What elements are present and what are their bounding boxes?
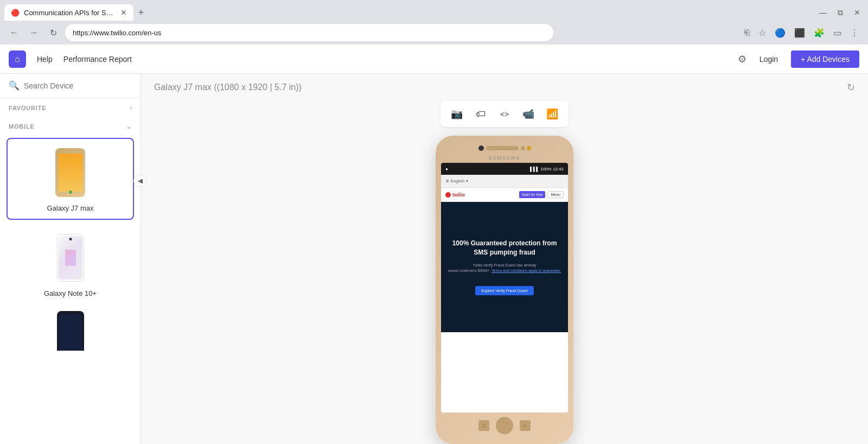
device-title: Galaxy J7 max ((1080 x 1920 | 5.7 in)) <box>154 83 302 92</box>
tag-button[interactable]: 🏷 <box>471 104 490 124</box>
tag-icon: 🏷 <box>476 109 486 120</box>
hero-section: 100% Guaranteed protection from SMS pump… <box>441 202 568 332</box>
favourite-chevron-right-icon[interactable]: › <box>130 104 132 112</box>
phone-dots <box>521 146 531 150</box>
window-restore-button[interactable]: ⧉ <box>834 7 846 18</box>
device-thumbnail-third <box>52 316 90 352</box>
device-card-third[interactable] <box>7 308 134 352</box>
device-card-galaxy-j7-max[interactable]: Galaxy J7 max <box>7 138 134 220</box>
more-menu-icon[interactable]: ⋮ <box>847 26 861 40</box>
twilio-header-buttons: Start for free Menu <box>519 191 564 198</box>
address-bar[interactable]: https://www.twilio.com/en-us <box>65 24 553 41</box>
browser-tab-bar: 🔴 Communication APIs for SMS, V... ✕ + —… <box>0 0 868 21</box>
nav-help[interactable]: Help <box>37 55 53 64</box>
window-controls: — ⧉ ✕ <box>816 7 864 18</box>
browser-toolbar: ← → ↻ https://www.twilio.com/en-us ⎗ ☆ 🔵… <box>0 21 868 45</box>
header-right: ⚙ Login + Add Devices <box>738 50 859 68</box>
screenshot-icon: 📷 <box>451 108 463 120</box>
device-card-galaxy-note-10-plus[interactable]: Galaxy Note 10+ <box>7 223 134 305</box>
browser-chrome: 🔴 Communication APIs for SMS, V... ✕ + —… <box>0 0 868 45</box>
window-minimize-button[interactable]: — <box>816 7 830 18</box>
sidebar: 🔍 FAVOURITE › MOBILE ⌄ <box>0 74 141 444</box>
status-right: ▌▌▌ 100% 12:42 <box>530 167 564 172</box>
phone-home-btn[interactable] <box>496 417 513 434</box>
device-name-galaxy-j7-max: Galaxy J7 max <box>14 204 126 212</box>
twilio-logo-area: twilio <box>445 192 465 198</box>
sidebar-collapse-button[interactable]: ◀ <box>133 174 146 187</box>
login-button[interactable]: Login <box>753 52 784 67</box>
device-toolbar: 📷 🏷 <> 📹 📶 <box>441 101 569 127</box>
hero-subtitle: Twilio Verify Fraud Guard has already sa… <box>448 263 561 274</box>
app-logo: ⌂ <box>9 50 26 68</box>
phone-camera <box>478 145 484 151</box>
start-for-free-button[interactable]: Start for free <box>519 191 546 198</box>
device-thumbnail <box>52 145 90 200</box>
main-content: 🔍 FAVOURITE › MOBILE ⌄ <box>0 74 868 444</box>
code-button[interactable]: <> <box>495 104 514 124</box>
extension-icon-1[interactable]: 🔵 <box>772 26 788 40</box>
tab-favicon: 🔴 <box>11 9 20 17</box>
nav-performance-report[interactable]: Performance Report <box>63 55 132 64</box>
twilio-logo-text: twilio <box>452 192 465 198</box>
phone-mockup: SAMSUNG ● ▌▌▌ 100% 12:42 <box>436 136 573 444</box>
menu-button[interactable]: Menu <box>547 191 564 198</box>
toolbar-actions: ⎗ ☆ 🔵 ⬛ 🧩 ▭ ⋮ <box>742 26 861 40</box>
status-bar: ● ▌▌▌ 100% 12:42 <box>441 163 568 175</box>
share-icon[interactable]: ⎗ <box>742 26 752 40</box>
twilio-circle <box>445 192 451 198</box>
mobile-section: MOBILE ⌄ Galaxy J7 max <box>0 116 141 355</box>
preview-area: Galaxy J7 max ((1080 x 1920 | 5.7 in)) ↻… <box>141 74 868 444</box>
phone-mockup-container: SAMSUNG ● ▌▌▌ 100% 12:42 <box>436 136 573 444</box>
mobile-section-title: MOBILE <box>9 123 35 130</box>
phone-speaker <box>486 146 519 150</box>
wifi-icon: 📶 <box>546 108 558 120</box>
app: ⌂ Help Performance Report ⚙ Login + Add … <box>0 45 868 444</box>
app-header: ⌂ Help Performance Report ⚙ Login + Add … <box>0 45 868 74</box>
phone-recent-nav-btn[interactable]: ◁ <box>520 420 531 431</box>
extension-icon-2[interactable]: ⬛ <box>792 26 808 40</box>
status-left: ● <box>445 167 448 172</box>
phone-back-nav-btn[interactable]: ◻ <box>478 420 489 431</box>
mobile-section-header[interactable]: MOBILE ⌄ <box>0 116 141 135</box>
favourite-section-title: FAVOURITE <box>9 105 46 111</box>
phone-bottom-area: ◻ ◁ <box>441 417 568 434</box>
search-icon: 🔍 <box>9 80 20 91</box>
hero-link[interactable]: Terms and conditions apply to guarantee. <box>492 269 561 272</box>
tab-title: Communication APIs for SMS, V... <box>24 9 116 17</box>
device-name-label: Galaxy J7 max <box>154 83 212 92</box>
add-devices-button[interactable]: + Add Devices <box>791 50 859 68</box>
wifi-button[interactable]: 📶 <box>542 104 562 124</box>
favourite-section: FAVOURITE › <box>0 98 141 116</box>
bookmark-icon[interactable]: ☆ <box>756 26 769 40</box>
window-close-button[interactable]: ✕ <box>851 7 864 18</box>
home-icon: ⌂ <box>15 54 20 64</box>
device-title-bar: Galaxy J7 max ((1080 x 1920 | 5.7 in)) ↻ <box>141 74 868 101</box>
code-icon: <> <box>500 110 509 118</box>
phone-screen: ● ▌▌▌ 100% 12:42 ⊕ English ▾ <box>441 163 568 413</box>
new-tab-button[interactable]: + <box>133 5 149 20</box>
forward-button[interactable]: → <box>26 25 41 40</box>
refresh-icon[interactable]: ↻ <box>847 81 855 93</box>
collapse-icon: ◀ <box>138 177 143 185</box>
extension-icon-3[interactable]: 🧩 <box>811 26 827 40</box>
hero-title: 100% Guaranteed protection from SMS pump… <box>448 239 561 257</box>
device-thumbnail-note <box>52 231 90 285</box>
explore-button[interactable]: Explore Verify Fraud Guard <box>475 286 534 295</box>
search-input[interactable] <box>24 81 132 90</box>
browser-nav-bar: ⊕ English ▾ <box>441 175 568 188</box>
search-bar: 🔍 <box>0 74 141 98</box>
settings-icon[interactable]: ⚙ <box>738 53 746 65</box>
video-icon: 📹 <box>522 108 534 120</box>
mobile-chevron-down-icon[interactable]: ⌄ <box>126 123 132 130</box>
phone-brand-label: SAMSUNG <box>441 155 568 161</box>
tab-close-icon[interactable]: ✕ <box>120 8 127 17</box>
twilio-header: twilio Start for free Menu <box>441 188 568 202</box>
back-button[interactable]: ← <box>7 25 22 40</box>
split-screen-icon[interactable]: ▭ <box>831 26 844 40</box>
screenshot-button[interactable]: 📷 <box>447 104 467 124</box>
phone-top-area <box>441 145 568 151</box>
video-button[interactable]: 📹 <box>519 104 538 124</box>
reload-button[interactable]: ↻ <box>46 25 61 40</box>
favourite-section-header[interactable]: FAVOURITE › <box>0 98 141 116</box>
active-tab[interactable]: 🔴 Communication APIs for SMS, V... ✕ <box>4 4 133 21</box>
